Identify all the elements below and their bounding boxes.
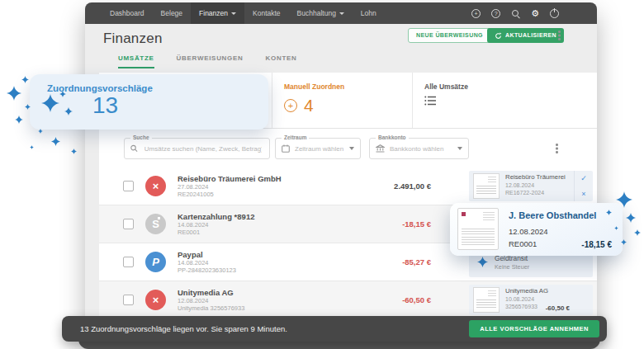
nav-item-belege[interactable]: Belege: [153, 2, 191, 24]
table-row[interactable]: × Unitymedia AG 12.08.2024 Unitymedia 32…: [99, 281, 597, 319]
row-checkbox[interactable]: [123, 219, 134, 229]
list-icon: [424, 96, 437, 106]
power-icon[interactable]: [550, 9, 559, 18]
nav-item-buchhaltung[interactable]: Buchhaltung: [289, 2, 353, 24]
gear-icon[interactable]: ⚙: [531, 9, 539, 18]
nav-label: Belege: [161, 9, 182, 17]
chevron-down-icon: [339, 12, 344, 15]
transaction-amount: -85,27 €: [363, 257, 431, 266]
nav-item-kontakte[interactable]: Kontakte: [244, 2, 289, 24]
plus-circle-icon[interactable]: +: [284, 99, 297, 112]
nav-label: Lohn: [361, 9, 376, 17]
sparkle-icon: [38, 129, 43, 134]
bank-account-select[interactable]: Bankkonto Bankkonto wählen: [369, 138, 469, 159]
receipt-thumbnail: [457, 208, 499, 250]
filter-more-menu-icon[interactable]: [556, 144, 558, 146]
sparkle-icon: [477, 257, 488, 267]
transaction-reference: Unitymedia 3256576933: [178, 304, 363, 313]
app-window: Dashboard Belege Finanzen Kontakte Buchh…: [85, 2, 597, 349]
s-glyph: S: [152, 218, 159, 230]
sparkle-icon: [634, 229, 641, 236]
accept-all-suggestions-button[interactable]: ALLE VORSCHLÄGE ANNEHMEN: [469, 320, 599, 337]
sparkle-icon: [30, 145, 34, 149]
suggestions-callout[interactable]: Zuordnungsvorschläge 13: [30, 74, 268, 130]
unmatched-x-icon: ×: [145, 290, 166, 310]
suggestion-card[interactable]: Reisebüro Träumerei 12.08.2024 RE16722-2…: [469, 171, 593, 201]
x-glyph: ×: [153, 180, 159, 192]
search-icon[interactable]: [511, 9, 520, 18]
top-navbar: Dashboard Belege Finanzen Kontakte Buchh…: [85, 2, 597, 24]
chevron-down-icon: [231, 12, 236, 15]
stat-cell-all-transactions[interactable]: Alle Umsätze: [413, 73, 597, 128]
period-select-value: Zeitraum wählen: [295, 145, 344, 153]
sparkle-icon: [64, 107, 73, 116]
transaction-amount: -60,50 €: [363, 295, 431, 304]
receipt-thumbnail: [473, 287, 500, 313]
period-select[interactable]: Zeitraum Zeitraum wählen: [275, 138, 361, 159]
help-circle-icon[interactable]: ?: [491, 9, 500, 18]
accept-suggestion-icon[interactable]: ✓: [575, 171, 593, 186]
transaction-reference: PP-28482023630123: [178, 266, 363, 275]
refresh-icon: [495, 32, 502, 40]
x-glyph: ×: [153, 294, 159, 306]
suggestion-card[interactable]: Unitymedia AG 10.08.2024 3256576933 -60,…: [469, 285, 593, 315]
bank-account-select-label: Bankkonto: [376, 134, 409, 140]
sparkle-icon: [41, 94, 59, 112]
reject-suggestion-icon[interactable]: ×: [575, 186, 593, 202]
sparkasse-icon: S: [145, 214, 166, 234]
paypal-icon: P: [145, 252, 166, 272]
page-title: Finanzen: [103, 31, 163, 47]
transaction-date: 14.08.2024: [178, 259, 363, 267]
sparkle-icon: [25, 104, 31, 110]
navbar-icons: + ? ⚙: [471, 9, 597, 18]
floating-suggestion-card[interactable]: J. Beere Obsthandel 12.08.2024 RE0001 -1…: [450, 203, 623, 256]
new-transfer-button[interactable]: NEUE ÜBERWEISUNG: [408, 28, 491, 43]
card-amount: -18,15 €: [581, 240, 612, 249]
search-field[interactable]: Suche: [124, 138, 270, 159]
stat-cell-manual-assign[interactable]: Manuell Zuordnen + 4: [272, 73, 413, 128]
card-vendor-name: J. Beere Obsthandel: [509, 210, 596, 220]
transaction-date: 12.08.2024: [178, 297, 363, 305]
sparkle-icon: [606, 210, 612, 215]
transaction-name: Paypal: [178, 250, 363, 259]
nav-item-dashboard[interactable]: Dashboard: [102, 2, 153, 24]
transaction-amount: -18,15 €: [363, 219, 431, 229]
nav-label: Finanzen: [199, 9, 228, 17]
transaction-name: Reisebüro Träumerei GmbH: [178, 174, 363, 183]
search-icon: [130, 144, 138, 153]
row-checkbox[interactable]: [123, 181, 134, 191]
suggestion-name: Unitymedia AG: [505, 287, 548, 295]
sparkle-icon: [15, 116, 23, 124]
suggestion-date: 12.08.2024: [505, 182, 566, 189]
header-more-menu-icon[interactable]: [558, 31, 561, 33]
search-input[interactable]: [143, 144, 263, 153]
sparkle-icon: [614, 226, 618, 230]
p-glyph: P: [152, 256, 159, 268]
sparkle-icon: [626, 213, 636, 223]
row-checkbox[interactable]: [123, 257, 134, 267]
table-row[interactable]: × Reisebüro Träumerei GmbH 27.08.2024 RE…: [99, 167, 597, 205]
tab-konten[interactable]: KONTEN: [266, 54, 297, 68]
nav-item-finanzen[interactable]: Finanzen: [191, 2, 244, 24]
row-checkbox[interactable]: [123, 295, 134, 305]
tab-umsaetze[interactable]: UMSÄTZE: [118, 54, 154, 68]
all-transactions-label: Alle Umsätze: [424, 83, 597, 91]
callout-count: 13: [92, 92, 118, 119]
suggestion-subtitle: Keine Steuer: [495, 263, 529, 271]
suggestion-reference: RE16722-2024: [505, 189, 566, 196]
suggestion-amount: -60,50 €: [546, 304, 570, 312]
suggestion-date: 10.08.2024: [505, 295, 548, 303]
transaction-name: Unitymedia AG: [178, 288, 363, 297]
bank-account-select-value: Bankkonto wählen: [390, 145, 452, 153]
tab-ueberweisungen[interactable]: ÜBERWEISUNGEN: [177, 54, 244, 68]
refresh-button-label: AKTUALISIEREN: [505, 28, 556, 43]
nav-item-lohn[interactable]: Lohn: [353, 2, 385, 24]
nav-label: Buchhaltung: [297, 9, 336, 17]
card-date: 12.08.2024: [509, 227, 548, 236]
transaction-reference: RE0001: [178, 229, 363, 237]
refresh-button[interactable]: AKTUALISIEREN: [487, 28, 564, 43]
plus-circle-icon[interactable]: +: [471, 9, 481, 18]
card-reference: RE0001: [509, 239, 537, 248]
bottom-bar-message: 13 Zuordnungsvorschläge liegen vor. Sie …: [80, 316, 287, 342]
receipt-logo: [462, 212, 466, 216]
